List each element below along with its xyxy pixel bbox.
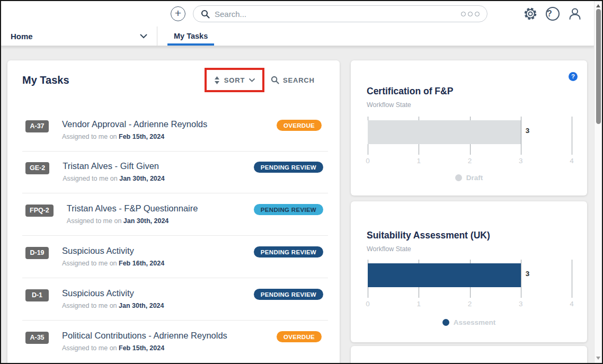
- chevron-down-icon: [249, 78, 255, 82]
- panel-search-label: SEARCH: [283, 76, 315, 84]
- global-search-bar[interactable]: [193, 5, 487, 22]
- task-id-badge: FPQ-2: [25, 205, 54, 217]
- task-date: Jan 30th, 2024: [123, 217, 169, 225]
- bar-assessment[interactable]: [368, 263, 521, 287]
- bar-chart-plot: 3: [368, 260, 572, 298]
- top-bar-actions: ?: [523, 1, 582, 26]
- task-title[interactable]: Suspicious Activity: [62, 246, 164, 256]
- task-assigned-text: Assigned to me on Feb 15th, 2024: [62, 133, 207, 140]
- task-id-badge: D-1: [25, 289, 49, 301]
- panel-title: My Tasks: [22, 74, 69, 86]
- add-icon[interactable]: +: [171, 6, 185, 21]
- task-date: Jan 30th, 2024: [119, 175, 164, 182]
- user-profile-icon[interactable]: [567, 6, 582, 21]
- task-row[interactable]: A-35 Political Contributions - Adrienne …: [7, 323, 340, 364]
- status-badge: OVERDUE: [277, 331, 322, 342]
- legend-label: Draft: [466, 174, 483, 182]
- status-badge: PENDING REVIEW: [254, 162, 323, 173]
- chart-title: Certification of F&P: [367, 86, 453, 97]
- task-date: Feb 15th, 2024: [119, 133, 164, 140]
- scrollbar-thumb[interactable]: [596, 9, 601, 124]
- tab-my-tasks-label: My Tasks: [174, 32, 208, 40]
- task-assigned-text: Assigned to me on Feb 16th, 2024: [62, 260, 164, 267]
- x-axis-ticks: 0 1 2 3 4: [368, 157, 572, 165]
- bar-draft[interactable]: [368, 120, 521, 144]
- chart-subtitle: Workflow State: [367, 101, 411, 109]
- status-badge: PENDING REVIEW: [254, 204, 323, 215]
- search-options-icon[interactable]: [461, 12, 480, 16]
- task-date: Feb 15th, 2024: [119, 344, 164, 352]
- task-row[interactable]: D-1 Suspicious Activity Assigned to me o…: [7, 280, 340, 322]
- row-divider: [22, 278, 328, 278]
- chart-help-icon[interactable]: ?: [569, 72, 578, 81]
- bar-value-label: 3: [526, 270, 530, 278]
- home-dropdown[interactable]: Home: [1, 26, 157, 46]
- gridline: [521, 117, 521, 155]
- chevron-down-icon: [140, 34, 147, 39]
- chart-subtitle: Workflow State: [367, 245, 411, 253]
- status-badge: OVERDUE: [277, 120, 322, 131]
- status-badge: PENDING REVIEW: [254, 289, 323, 300]
- task-row[interactable]: A-37 Vendor Approval - Adrienne Reynolds…: [7, 111, 340, 153]
- task-title[interactable]: Tristan Alves - Gift Given: [63, 161, 165, 171]
- nav-bar: Home My Tasks: [1, 26, 594, 46]
- scroll-up-arrow-icon[interactable]: [596, 4, 600, 7]
- task-date: Feb 16th, 2024: [119, 260, 164, 267]
- chart-title: Suitability Assessment (UK): [367, 230, 490, 241]
- panel-search-button[interactable]: SEARCH: [271, 68, 315, 92]
- my-tasks-panel: My Tasks SORT SEARCH A-37 Vendor Approva…: [7, 60, 340, 364]
- scroll-down-arrow-icon[interactable]: [596, 357, 600, 360]
- chart-card-certification: ? Certification of F&P Workflow State 3 …: [351, 60, 587, 196]
- sort-label: SORT: [224, 76, 245, 84]
- task-row[interactable]: D-19 Suspicious Activity Assigned to me …: [7, 238, 340, 280]
- chart-card-suitability: Suitability Assessment (UK) Workflow Sta…: [351, 201, 587, 342]
- home-dropdown-label: Home: [11, 32, 33, 41]
- status-badge: PENDING REVIEW: [254, 246, 323, 258]
- tab-my-tasks[interactable]: My Tasks: [166, 26, 215, 46]
- chart-legend[interactable]: Assessment: [351, 317, 587, 327]
- search-input[interactable]: [215, 10, 456, 19]
- row-divider: [22, 235, 328, 236]
- x-axis-ticks: 0 1 2 3 4: [368, 300, 572, 308]
- task-title[interactable]: Tristan Alves - F&P Questionnaire: [67, 203, 198, 214]
- task-title[interactable]: Suspicious Activity: [62, 288, 164, 298]
- gridline: [521, 260, 521, 298]
- task-id-badge: GE-2: [25, 162, 49, 174]
- task-assigned-text: Assigned to me on Jan 30th, 2024: [63, 175, 165, 182]
- task-title[interactable]: Political Contributions - Adrienne Reyno…: [62, 331, 227, 341]
- top-bar: + ?: [1, 1, 594, 26]
- bar-chart-plot: 3: [368, 117, 572, 155]
- legend-dot-icon: [442, 319, 449, 326]
- bar-value-label: 3: [526, 127, 530, 135]
- task-id-badge: A-35: [25, 332, 49, 344]
- chart-legend[interactable]: Draft: [351, 173, 587, 182]
- task-date: Jan 30th, 2024: [119, 302, 164, 309]
- help-icon[interactable]: ?: [546, 7, 560, 21]
- task-row[interactable]: GE-2 Tristan Alves - Gift Given Assigned…: [7, 153, 340, 195]
- task-row[interactable]: FPQ-2 Tristan Alves - F&P Questionnaire …: [7, 196, 340, 237]
- sort-button-highlighted[interactable]: SORT: [205, 68, 264, 92]
- row-divider: [22, 320, 328, 321]
- task-title[interactable]: Vendor Approval - Adrienne Reynolds: [62, 119, 207, 129]
- active-tab-underline: [167, 43, 214, 46]
- task-id-badge: A-37: [25, 120, 49, 132]
- task-id-badge: D-19: [25, 247, 49, 259]
- sort-arrows-icon: [214, 76, 220, 84]
- search-icon: [271, 76, 279, 84]
- app-window: + ? Home My Tasks: [0, 0, 603, 364]
- row-divider: [22, 151, 328, 152]
- row-divider: [22, 193, 328, 193]
- gear-icon[interactable]: [523, 6, 538, 21]
- chart-card-partial: [351, 346, 587, 364]
- search-icon: [201, 10, 210, 19]
- gridline: [572, 117, 572, 155]
- legend-label: Assessment: [454, 318, 496, 326]
- task-assigned-text: Assigned to me on Jan 30th, 2024: [67, 217, 198, 225]
- legend-dot-icon: [455, 174, 462, 181]
- task-assigned-text: Assigned to me on Jan 30th, 2024: [62, 302, 164, 309]
- gridline: [572, 260, 572, 298]
- task-assigned-text: Assigned to me on Feb 15th, 2024: [62, 344, 227, 352]
- vertical-scrollbar[interactable]: [594, 1, 602, 363]
